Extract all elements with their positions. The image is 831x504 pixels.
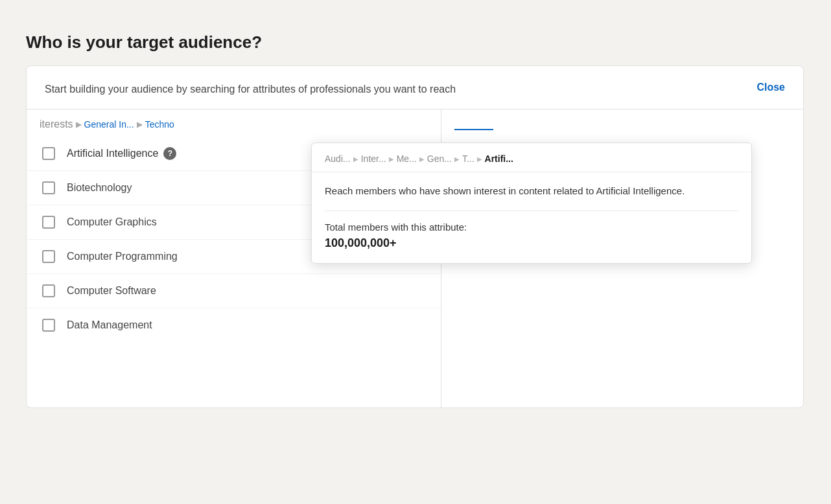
tooltip-divider bbox=[325, 211, 738, 211]
close-button[interactable]: Close bbox=[756, 82, 785, 93]
tooltip-popup: Audi... ▶ Inter... ▶ Me... ▶ Gen... ▶ T.… bbox=[311, 143, 752, 264]
card-header-text: Start building your audience by searchin… bbox=[45, 82, 456, 97]
tooltip-bc-gen: Gen... bbox=[427, 154, 452, 164]
tooltip-bc-me: Me... bbox=[397, 154, 417, 164]
tooltip-bc-sep-2: ▶ bbox=[389, 155, 394, 163]
checkbox-data[interactable] bbox=[42, 319, 55, 332]
list-item-label-programming: Computer Programming bbox=[67, 251, 178, 262]
breadcrumb-general[interactable]: General In... bbox=[84, 119, 134, 130]
list-item-label-software: Computer Software bbox=[67, 285, 156, 297]
breadcrumb-sep-2: ▶ bbox=[137, 120, 143, 129]
tooltip-bc-audi: Audi... bbox=[325, 154, 351, 164]
card-header: Start building your audience by searchin… bbox=[27, 66, 803, 109]
checkbox-software[interactable] bbox=[42, 284, 55, 297]
list-item-label-ai: Artificial Intelligence bbox=[67, 148, 158, 159]
tooltip-members-count: 100,000,000+ bbox=[325, 236, 738, 250]
tooltip-bc-t: T... bbox=[462, 154, 474, 164]
tooltip-bc-sep-4: ▶ bbox=[454, 155, 460, 163]
checkbox-biotech[interactable] bbox=[42, 181, 55, 194]
checkbox-graphics[interactable] bbox=[42, 216, 55, 229]
list-item-software[interactable]: Computer Software bbox=[27, 274, 441, 308]
page-title: Who is your target audience? bbox=[26, 32, 805, 52]
tooltip-bc-artifi: Artifi... bbox=[485, 154, 513, 164]
tooltip-bc-sep-1: ▶ bbox=[353, 155, 358, 163]
list-item-label-data: Data Management bbox=[67, 319, 152, 331]
page-wrapper: Who is your target audience? Start build… bbox=[13, 13, 818, 504]
info-icon-ai[interactable]: ? bbox=[163, 147, 176, 160]
right-panel-underline bbox=[454, 129, 493, 130]
breadcrumb-techno[interactable]: Techno bbox=[145, 119, 174, 130]
breadcrumb-sep-1: ▶ bbox=[76, 120, 82, 129]
tooltip-bc-sep-3: ▶ bbox=[419, 155, 425, 163]
list-item-label-biotech: Biotechnology bbox=[67, 182, 132, 194]
list-item-label-graphics: Computer Graphics bbox=[67, 216, 157, 228]
breadcrumb-interests: iterests bbox=[40, 119, 73, 130]
tooltip-breadcrumb: Audi... ▶ Inter... ▶ Me... ▶ Gen... ▶ T.… bbox=[312, 143, 751, 172]
breadcrumb: iterests ▶ General In... ▶ Techno bbox=[27, 109, 441, 130]
list-item-data[interactable]: Data Management bbox=[27, 308, 441, 342]
checkbox-ai[interactable] bbox=[42, 147, 55, 160]
tooltip-members-label: Total members with this attribute: bbox=[325, 222, 738, 233]
tooltip-bc-inter: Inter... bbox=[361, 154, 386, 164]
checkbox-programming[interactable] bbox=[42, 250, 55, 263]
tooltip-body: Reach members who have shown interest in… bbox=[312, 172, 751, 263]
tooltip-description: Reach members who have shown interest in… bbox=[325, 184, 738, 199]
tooltip-bc-sep-5: ▶ bbox=[477, 155, 482, 163]
